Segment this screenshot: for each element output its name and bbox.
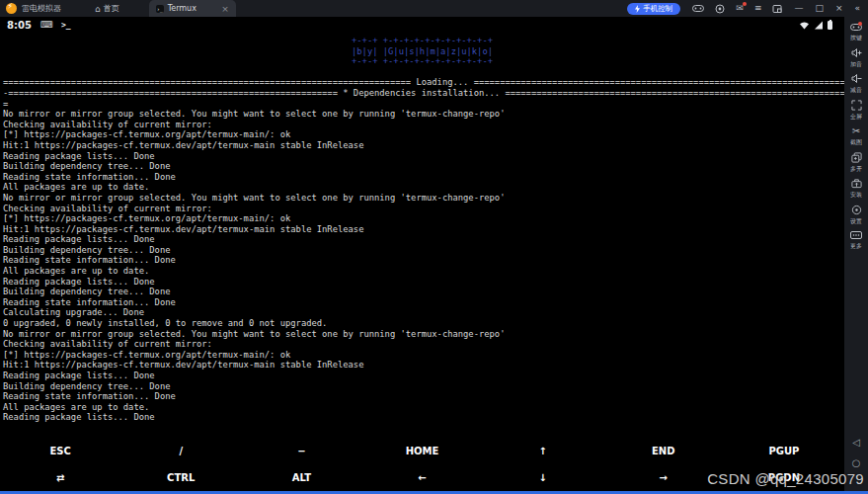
battery-icon: [828, 21, 832, 30]
sidebar-item-install-apk[interactable]: 安装: [849, 178, 863, 200]
maximize-button[interactable]: □: [815, 4, 824, 13]
key-end[interactable]: END: [603, 438, 724, 464]
sidebar-item-label: 按键: [850, 34, 862, 42]
key-pgup[interactable]: PGUP: [724, 438, 844, 464]
mail-badge: [743, 2, 747, 6]
termux-banner: +-+-+ +-+-+-+-+-+-+-+-+-+-+ |b|y| |G|u|s…: [0, 36, 844, 67]
nav-home-button[interactable]: ○: [852, 458, 861, 468]
termux-notification-icon: >_: [61, 21, 71, 30]
key-up[interactable]: ↑: [483, 438, 603, 464]
sidebar-item-volume-up[interactable]: 加音: [849, 47, 863, 69]
more-icon: [850, 230, 862, 240]
key-esc[interactable]: ESC: [0, 438, 120, 464]
sidebar-item-label: 加音: [850, 59, 862, 68]
extra-keys-row-1: ESC / − HOME ↑ END PGUP: [0, 438, 844, 464]
sidebar-item-screenshot[interactable]: ✂ 截图: [849, 125, 863, 147]
collapse-sidebar-button[interactable]: «: [854, 4, 860, 13]
android-statusbar: 8:05 ⌨ >_: [0, 17, 844, 33]
tab-close-icon[interactable]: ×: [221, 4, 229, 14]
terminal-area[interactable]: +-+-+ +-+-+-+-+-+-+-+-+-+-+ |b|y| |G|u|s…: [0, 33, 844, 438]
extra-keys-row-2: ⇄ CTRL ALT ← ↓ → PGDN: [0, 464, 844, 491]
tab-termux[interactable]: ›_ Termux ×: [149, 0, 236, 17]
emulator-window: 雷电模拟器 ⌂ 首页 ›_ Termux × 手机控制: [0, 0, 868, 494]
capture-icon[interactable]: [772, 4, 782, 14]
sidebar-item-volume-down[interactable]: 减音: [849, 73, 863, 95]
key-pgdn[interactable]: PGDN: [724, 464, 844, 491]
sidebar-item-label: 设置: [850, 216, 862, 225]
multi-instance-icon: [851, 152, 862, 163]
nav-back-button[interactable]: ◁: [852, 438, 860, 448]
emulator-brand: 雷电模拟器: [22, 3, 61, 14]
sidebar-item-label: 减音: [850, 86, 862, 95]
phone-control-label: 手机控制: [643, 4, 672, 14]
sidebar-item-settings[interactable]: 设置: [849, 205, 863, 226]
wifi-icon: [799, 21, 810, 30]
notification-badge: [858, 22, 862, 26]
gamepad-icon[interactable]: [692, 4, 704, 13]
emulator-sidebar: 按键 加音 减音 全屏 ✂ 截图: [844, 17, 868, 494]
emulator-titlebar: 雷电模拟器 ⌂ 首页 ›_ Termux × 手机控制: [0, 0, 868, 17]
clock-label: 8:05: [7, 20, 32, 31]
lightning-icon: [635, 5, 640, 13]
termux-app-icon: ›_: [156, 5, 164, 13]
sidebar-item-keymap[interactable]: 按键: [849, 23, 863, 42]
settings-icon: [851, 205, 862, 215]
sidebar-item-label: 安装: [850, 191, 862, 200]
key-ctrl[interactable]: CTRL: [120, 464, 241, 491]
tab-home[interactable]: ⌂ 首页: [95, 3, 119, 14]
minimize-button[interactable]: —: [794, 4, 803, 13]
sidebar-item-fullscreen[interactable]: 全屏: [849, 100, 863, 122]
sidebar-item-label: 全屏: [850, 112, 862, 121]
mail-icon[interactable]: ✉: [736, 4, 744, 13]
volume-up-icon: [851, 47, 862, 58]
sidebar-item-multi-instance[interactable]: 多开: [849, 152, 863, 174]
sidebar-item-label: 截图: [850, 138, 862, 147]
screenshot-icon: ✂: [852, 125, 860, 136]
sidebar-item-more[interactable]: 更多: [849, 230, 863, 251]
key-alt[interactable]: ALT: [241, 464, 361, 491]
signal-icon: [814, 21, 824, 30]
install-apk-icon: [851, 178, 862, 189]
home-icon: ⌂: [95, 4, 101, 14]
key-left[interactable]: ←: [361, 464, 482, 491]
volume-down-icon: [851, 73, 862, 84]
key-home[interactable]: HOME: [361, 438, 482, 464]
android-display: 8:05 ⌨ >_ +-+-+ +-+-+-+-+-+-+-+-+-+-+ |b…: [0, 17, 844, 494]
close-button[interactable]: ×: [835, 4, 843, 13]
tab-home-label: 首页: [104, 3, 119, 14]
sidebar-item-label: 更多: [850, 242, 862, 251]
key-slash[interactable]: /: [120, 438, 241, 464]
fullscreen-icon: [851, 100, 862, 111]
key-minus[interactable]: −: [241, 438, 361, 464]
key-tab[interactable]: ⇄: [0, 464, 120, 491]
phone-control-button[interactable]: 手机控制: [627, 3, 680, 15]
menu-icon[interactable]: ≡: [754, 4, 762, 13]
record-icon[interactable]: [715, 4, 725, 14]
sidebar-item-label: 多开: [850, 164, 862, 173]
terminal-output: ========================================…: [0, 67, 844, 423]
android-nav-buttons: ◁ ○: [852, 438, 861, 494]
ldplayer-logo-icon: [6, 3, 17, 14]
keyboard-icon: ⌨: [40, 20, 53, 30]
tab-termux-label: Termux: [168, 4, 217, 13]
key-down[interactable]: ↓: [483, 464, 603, 491]
extra-keys-bar: ESC / − HOME ↑ END PGUP ⇄ CTRL ALT ← ↓ →…: [0, 438, 844, 491]
key-right[interactable]: →: [603, 464, 724, 491]
